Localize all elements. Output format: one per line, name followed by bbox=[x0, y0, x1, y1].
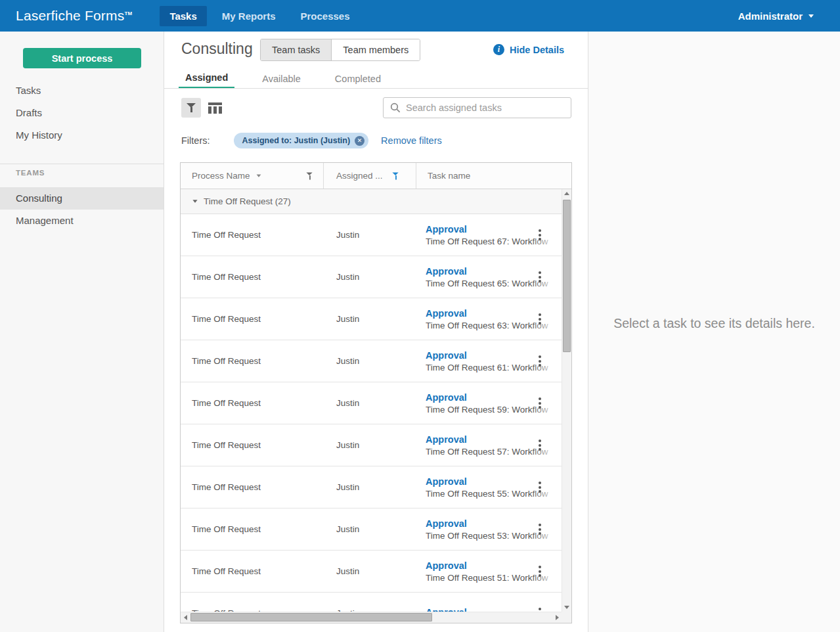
approval-task-link[interactable]: Approval bbox=[426, 560, 467, 571]
task-name-header-label: Task name bbox=[428, 171, 470, 181]
row-menu-icon[interactable] bbox=[537, 310, 543, 328]
horizontal-scroll-thumb[interactable] bbox=[190, 613, 432, 621]
remove-filters-link[interactable]: Remove filters bbox=[381, 135, 442, 146]
sidebar-item-my-history[interactable]: My History bbox=[0, 124, 164, 147]
sidebar-divider bbox=[0, 164, 164, 164]
table-row[interactable]: Time Off Request Justin Approval bbox=[181, 593, 562, 612]
trademark-symbol: TM bbox=[124, 11, 132, 16]
scroll-right-arrow[interactable] bbox=[552, 612, 562, 623]
filter-chip[interactable]: Assigned to: Justin (Justin) ✕ bbox=[234, 133, 369, 148]
approval-task-link[interactable]: Approval bbox=[426, 607, 467, 612]
cell-assignee: Justin bbox=[324, 593, 416, 612]
chip-close-icon[interactable]: ✕ bbox=[355, 136, 365, 146]
approval-task-link[interactable]: Approval bbox=[426, 434, 467, 445]
filter-toolbar-button[interactable] bbox=[181, 98, 201, 118]
group-header-label: Time Off Request (27) bbox=[204, 196, 291, 206]
nav-my-reports[interactable]: My Reports bbox=[212, 6, 286, 26]
group-header-row[interactable]: Time Off Request (27) bbox=[181, 189, 562, 214]
scroll-up-arrow[interactable] bbox=[562, 189, 571, 198]
cell-process-name: Time Off Request bbox=[181, 382, 324, 424]
table-row[interactable]: Time Off Request Justin Approval Time Of… bbox=[181, 508, 562, 551]
task-details-panel: Select a task to see its details here. bbox=[588, 32, 840, 632]
approval-task-link[interactable]: Approval bbox=[426, 224, 467, 235]
app-logo: Laserfiche FormsTM bbox=[16, 8, 132, 24]
sidebar-item-team-management[interactable]: Management bbox=[0, 210, 164, 232]
row-menu-icon[interactable] bbox=[537, 520, 543, 539]
cell-process-name: Time Off Request bbox=[181, 214, 324, 256]
tab-available[interactable]: Available bbox=[255, 68, 307, 89]
collapse-group-icon bbox=[192, 200, 197, 203]
cell-assignee: Justin bbox=[324, 214, 416, 256]
nav-processes[interactable]: Processes bbox=[290, 6, 359, 26]
column-picker-button[interactable] bbox=[205, 98, 225, 118]
column-filter-icon[interactable] bbox=[306, 172, 313, 179]
cell-process-name: Time Off Request bbox=[181, 298, 324, 340]
cell-process-name: Time Off Request bbox=[181, 551, 324, 592]
row-menu-icon[interactable] bbox=[537, 394, 543, 413]
table-row[interactable]: Time Off Request Justin Approval Time Of… bbox=[181, 214, 562, 256]
main-content: Consulting Team tasks Team members i Hid… bbox=[164, 32, 588, 632]
table-row[interactable]: Time Off Request Justin Approval Time Of… bbox=[181, 551, 562, 593]
filter-icon bbox=[187, 103, 196, 112]
user-menu-label: Administrator bbox=[738, 11, 803, 22]
filters-label: Filters: bbox=[181, 135, 210, 146]
column-header-process-name[interactable]: Process Name bbox=[181, 163, 324, 189]
cell-assignee: Justin bbox=[324, 340, 416, 382]
horizontal-scrollbar[interactable] bbox=[181, 612, 562, 623]
cell-assignee: Justin bbox=[324, 508, 416, 550]
scroll-down-arrow[interactable] bbox=[562, 603, 571, 612]
row-menu-icon[interactable] bbox=[537, 352, 543, 371]
row-menu-icon[interactable] bbox=[537, 436, 543, 455]
sidebar-item-drafts[interactable]: Drafts bbox=[0, 102, 164, 124]
column-header-assigned[interactable]: Assigned ... bbox=[324, 163, 416, 189]
teams-heading: TEAMS bbox=[16, 169, 45, 177]
table-row[interactable]: Time Off Request Justin Approval Time Of… bbox=[181, 424, 562, 466]
cell-process-name: Time Off Request bbox=[181, 424, 324, 466]
start-process-button[interactable]: Start process bbox=[23, 48, 141, 68]
cell-assignee: Justin bbox=[324, 256, 416, 298]
row-menu-icon[interactable] bbox=[537, 604, 543, 612]
row-menu-icon[interactable] bbox=[537, 226, 543, 244]
top-bar: Laserfiche FormsTM Tasks My Reports Proc… bbox=[0, 0, 840, 32]
info-icon: i bbox=[493, 44, 504, 55]
table-row[interactable]: Time Off Request Justin Approval Time Of… bbox=[181, 382, 562, 424]
chevron-down-icon bbox=[808, 14, 814, 18]
approval-task-link[interactable]: Approval bbox=[426, 392, 467, 403]
row-menu-icon[interactable] bbox=[537, 268, 543, 286]
approval-task-link[interactable]: Approval bbox=[426, 266, 467, 277]
table-row[interactable]: Time Off Request Justin Approval Time Of… bbox=[181, 256, 562, 298]
cell-assignee: Justin bbox=[324, 298, 416, 340]
sidebar-item-tasks[interactable]: Tasks bbox=[0, 79, 164, 102]
tab-completed[interactable]: Completed bbox=[328, 68, 387, 89]
task-table: Process Name Assigned ... Task name Time… bbox=[180, 162, 572, 623]
column-header-task-name[interactable]: Task name bbox=[416, 163, 571, 189]
approval-task-link[interactable]: Approval bbox=[426, 350, 467, 361]
process-name-header-label: Process Name bbox=[192, 171, 250, 181]
vertical-scroll-thumb[interactable] bbox=[563, 200, 571, 352]
scroll-left-arrow[interactable] bbox=[181, 612, 190, 623]
details-placeholder-text: Select a task to see its details here. bbox=[613, 313, 816, 334]
approval-task-link[interactable]: Approval bbox=[426, 308, 467, 319]
view-toggle-group: Team tasks Team members bbox=[260, 39, 420, 61]
tab-assigned[interactable]: Assigned bbox=[179, 68, 234, 89]
table-row[interactable]: Time Off Request Justin Approval Time Of… bbox=[181, 466, 562, 508]
cell-assignee: Justin bbox=[324, 551, 416, 592]
team-tasks-button[interactable]: Team tasks bbox=[261, 39, 331, 60]
row-menu-icon[interactable] bbox=[537, 478, 543, 497]
vertical-scrollbar[interactable] bbox=[562, 189, 571, 612]
table-row[interactable]: Time Off Request Justin Approval Time Of… bbox=[181, 298, 562, 340]
search-input[interactable] bbox=[406, 102, 564, 113]
table-row[interactable]: Time Off Request Justin Approval Time Of… bbox=[181, 340, 562, 382]
approval-task-link[interactable]: Approval bbox=[426, 476, 467, 487]
approval-task-link[interactable]: Approval bbox=[426, 518, 467, 529]
table-header: Process Name Assigned ... Task name bbox=[181, 163, 571, 189]
cell-process-name: Time Off Request bbox=[181, 256, 324, 298]
header-divider bbox=[164, 88, 588, 89]
nav-tasks[interactable]: Tasks bbox=[160, 6, 206, 26]
user-menu[interactable]: Administrator bbox=[738, 11, 814, 22]
sidebar-item-team-consulting[interactable]: Consulting bbox=[0, 187, 164, 210]
row-menu-icon[interactable] bbox=[537, 562, 543, 581]
active-filter-icon[interactable] bbox=[392, 172, 399, 179]
hide-details-toggle[interactable]: i Hide Details bbox=[493, 44, 564, 55]
team-members-button[interactable]: Team members bbox=[331, 39, 420, 60]
